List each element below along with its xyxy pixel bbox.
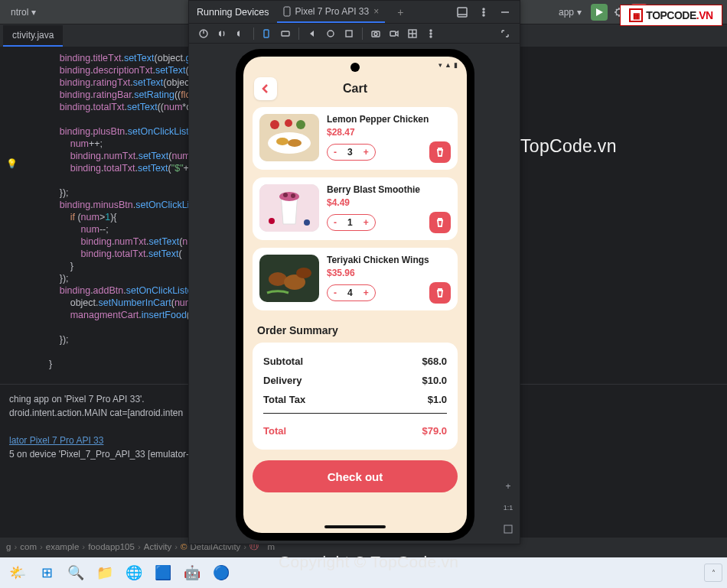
- item-name: Teriyaki Chicken Wings: [327, 255, 451, 265]
- delivery-value: $10.0: [422, 375, 447, 386]
- minus-button[interactable]: -: [334, 288, 337, 297]
- svg-point-27: [276, 138, 289, 145]
- checkout-button[interactable]: Check out: [253, 460, 458, 492]
- expand-icon[interactable]: [498, 27, 512, 41]
- tb-weather-icon[interactable]: 🌤️: [5, 560, 31, 586]
- device-screen[interactable]: ▾▲▮ Cart Lemon Pepper Chicken $28.47: [243, 57, 467, 533]
- delete-button[interactable]: [429, 282, 451, 304]
- back-icon[interactable]: [305, 27, 319, 41]
- resize-icon[interactable]: [406, 27, 419, 41]
- tb-start-icon[interactable]: ⊞: [34, 560, 60, 586]
- zoom-11-button[interactable]: 1:1: [501, 501, 515, 515]
- nav-bar-pill[interactable]: [324, 525, 386, 528]
- crumb[interactable]: Activity: [144, 542, 171, 551]
- tb-tray-chevron[interactable]: ˄: [704, 564, 722, 582]
- recents-icon[interactable]: [342, 27, 356, 41]
- svg-point-23: [430, 33, 432, 34]
- rotate-left-icon[interactable]: [260, 27, 274, 41]
- svg-point-33: [279, 192, 299, 201]
- svg-point-34: [283, 193, 288, 197]
- back-button[interactable]: [254, 77, 277, 100]
- item-name: Lemon Pepper Chicken: [327, 114, 451, 125]
- tb-chrome-icon[interactable]: 🔵: [208, 560, 234, 586]
- search-icon[interactable]: [670, 5, 684, 19]
- tax-label: Total Tax: [263, 394, 305, 405]
- plus-button[interactable]: +: [364, 288, 369, 297]
- intention-bulb-icon[interactable]: 💡: [6, 158, 18, 170]
- svg-point-12: [483, 15, 484, 16]
- plus-button[interactable]: +: [364, 148, 369, 157]
- app-header: Cart: [243, 73, 467, 104]
- windows-taskbar: 🌤️ ⊞ 🔍 📁 🌐 🟦 🤖 🔵 ˄: [0, 557, 727, 588]
- svg-point-30: [285, 119, 292, 127]
- record-icon[interactable]: [387, 27, 401, 41]
- crumb[interactable]: com: [20, 542, 37, 551]
- svg-point-5: [673, 8, 680, 15]
- more-icon[interactable]: [424, 27, 438, 41]
- qty-value: 4: [347, 288, 353, 298]
- device-tab[interactable]: Pixel 7 Pro API 33 ×: [277, 2, 386, 23]
- svg-point-37: [304, 219, 310, 226]
- svg-point-4: [662, 11, 663, 12]
- crumb[interactable]: example: [46, 542, 79, 551]
- tax-value: $1.0: [428, 394, 447, 405]
- crumb[interactable]: foodapp105: [88, 542, 135, 551]
- home-icon[interactable]: [324, 27, 337, 41]
- more-icon[interactable]: [477, 5, 491, 19]
- delete-button[interactable]: [429, 212, 451, 233]
- module-dropdown[interactable]: app ▾: [554, 5, 586, 19]
- tb-studio-icon[interactable]: 🤖: [179, 560, 205, 586]
- emu-zoom-controls: + 1:1: [501, 479, 515, 536]
- add-device-button[interactable]: +: [393, 6, 408, 18]
- voldown-icon[interactable]: [233, 27, 247, 41]
- total-label: Total: [263, 425, 286, 437]
- food-image: [259, 114, 319, 161]
- qty-stepper: - 3 +: [327, 144, 376, 161]
- volup-icon[interactable]: [215, 27, 229, 41]
- tb-app-icon[interactable]: 🟦: [150, 560, 176, 586]
- minus-button[interactable]: -: [334, 218, 337, 227]
- svg-point-24: [430, 36, 432, 37]
- user-icon[interactable]: [707, 5, 721, 19]
- dock-icon[interactable]: [455, 5, 469, 19]
- crumb[interactable]: g: [6, 542, 11, 551]
- food-image: [259, 184, 319, 232]
- tb-edge-icon[interactable]: 🌐: [121, 560, 147, 586]
- subtotal-value: $68.0: [422, 356, 447, 367]
- file-tab-activity[interactable]: ctivity.java: [3, 25, 63, 47]
- power-icon[interactable]: [197, 27, 210, 41]
- page-title: Cart: [343, 82, 367, 96]
- svg-point-35: [291, 193, 295, 198]
- run-button[interactable]: [591, 4, 608, 21]
- svg-rect-1: [636, 9, 642, 15]
- more-icon[interactable]: [652, 5, 666, 19]
- minimize-icon[interactable]: [498, 5, 512, 19]
- running-devices-panel: Running Devices Pixel 7 Pro API 33 × +: [188, 0, 520, 544]
- run-config-dropdown[interactable]: ntrol ▾: [6, 5, 41, 19]
- summary-title: Order Summary: [243, 313, 467, 343]
- plus-button[interactable]: +: [364, 218, 369, 227]
- qty-stepper: - 1 +: [327, 214, 376, 231]
- zoom-in-button[interactable]: +: [501, 479, 515, 493]
- debug-icon[interactable]: [612, 5, 626, 19]
- tb-explorer-icon[interactable]: 📁: [92, 560, 118, 586]
- settings-icon[interactable]: [689, 5, 703, 19]
- divider: [263, 413, 447, 414]
- svg-rect-20: [390, 31, 396, 36]
- rotate-right-icon[interactable]: [279, 27, 292, 41]
- svg-rect-42: [504, 525, 512, 533]
- total-value: $79.0: [422, 425, 447, 437]
- qty-value: 3: [347, 147, 353, 158]
- svg-point-29: [270, 120, 279, 129]
- item-name: Berry Blast Smoothie: [327, 184, 451, 195]
- zoom-fit-button[interactable]: [501, 522, 515, 536]
- stop-button[interactable]: [631, 4, 647, 21]
- cart-item: Teriyaki Chicken Wings $35.96 - 4 +: [253, 248, 458, 310]
- svg-rect-8: [284, 7, 290, 16]
- screenshot-icon[interactable]: [369, 27, 383, 41]
- minus-button[interactable]: -: [334, 148, 337, 157]
- svg-point-22: [430, 30, 432, 31]
- tb-search-icon[interactable]: 🔍: [63, 560, 89, 586]
- delete-button[interactable]: [429, 141, 451, 163]
- panel-title: Running Devices: [197, 7, 269, 18]
